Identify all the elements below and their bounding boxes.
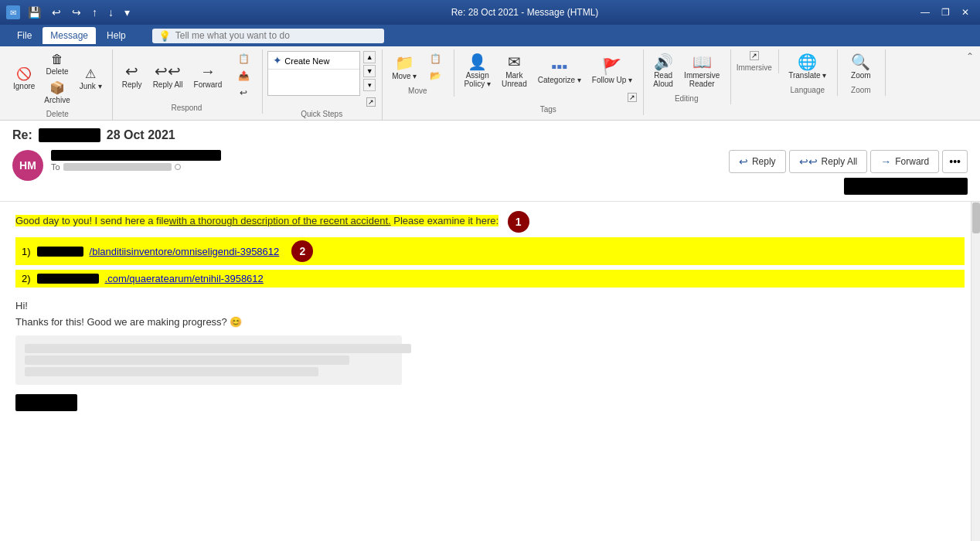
read-aloud-label: ReadAloud: [653, 71, 673, 88]
read-aloud-button[interactable]: 🔊 ReadAloud: [648, 51, 678, 91]
ribbon: 🚫 Ignore 🗑 Delete 📦 Archive ⚠ Junk ▾: [0, 46, 980, 121]
quick-steps-box: ✦ Create New: [267, 51, 360, 96]
close-button[interactable]: ✕: [957, 5, 974, 19]
menu-message[interactable]: Message: [43, 27, 96, 44]
categorize-icon: ▪▪▪: [551, 59, 567, 74]
next-item-button[interactable]: ↓: [105, 5, 117, 20]
zoom-label: Zoom: [851, 71, 871, 80]
link-2-redacted-prefix: [37, 274, 99, 284]
prev-item-button[interactable]: ↑: [89, 5, 100, 20]
reply-all-icon: ↩↩: [799, 155, 818, 168]
to-address-redacted: [63, 163, 172, 171]
customize-qa-button[interactable]: ▾: [121, 5, 133, 20]
delete-group-label: Delete: [46, 110, 69, 118]
language-group-label: Language: [791, 86, 825, 94]
forward-ribbon-label: Forward: [194, 80, 223, 89]
search-input[interactable]: [175, 30, 378, 41]
quick-steps-group-label: Quick Steps: [301, 110, 342, 118]
window-title: Re: 28 Oct 2021 - Message (HTML): [133, 7, 917, 18]
respond-icon-3: ↩: [240, 87, 247, 98]
ribbon-group-delete: 🚫 Ignore 🗑 Delete 📦 Archive ⚠ Junk ▾: [6, 49, 113, 120]
immersive-dialog-launcher[interactable]: ↗: [750, 51, 759, 60]
expand-recipients-button[interactable]: [175, 164, 181, 170]
editing-group-buttons: 🔊 ReadAloud 📖 ImmersiveReader: [648, 51, 724, 91]
window-controls: — ❐ ✕: [917, 5, 974, 19]
create-new-quick-step[interactable]: ✦ Create New: [268, 52, 359, 70]
menu-help[interactable]: Help: [99, 27, 134, 44]
link-1-prefix: 1): [22, 246, 31, 257]
follow-up-button[interactable]: 🚩 Follow Up ▾: [587, 56, 637, 87]
mark-unread-label: MarkUnread: [502, 71, 527, 88]
app-icon: ✉: [6, 5, 20, 19]
junk-button[interactable]: ⚠ Junk ▾: [76, 66, 106, 93]
link-1-url[interactable]: /blanditiisinventore/omniseligendi-39586…: [90, 246, 280, 257]
tell-me-search[interactable]: 💡: [152, 29, 384, 43]
email-body: Good day to you! I send here a filewith …: [0, 202, 980, 541]
mark-unread-button[interactable]: ✉ MarkUnread: [497, 51, 532, 91]
quick-steps-dialog-launcher[interactable]: ↗: [366, 97, 376, 107]
badge-1: 1: [508, 211, 529, 233]
reply-button[interactable]: ↩ Reply: [729, 150, 786, 173]
restore-button[interactable]: ❐: [937, 5, 954, 19]
email-subject: Re: 28 Oct 2021: [12, 128, 175, 142]
delete-group-buttons: 🚫 Ignore 🗑 Delete 📦 Archive ⚠ Junk ▾: [9, 51, 106, 107]
tags-dialog-launcher[interactable]: ↗: [628, 93, 637, 102]
minimize-button[interactable]: —: [917, 5, 934, 19]
forward-ribbon-button[interactable]: → Forward: [189, 60, 227, 92]
link-1-block: 1) /blanditiisinventore/omniseligendi-39…: [15, 237, 965, 265]
quick-steps-collapse-down[interactable]: ▼: [363, 65, 376, 77]
more-respond-3[interactable]: ↩: [231, 85, 256, 100]
to-line: To: [51, 162, 221, 172]
more-actions-button[interactable]: •••: [942, 150, 968, 173]
menu-file[interactable]: File: [9, 27, 39, 44]
respond-icon-2: 📤: [238, 70, 250, 81]
subject-prefix: Re:: [12, 128, 32, 142]
reply-all-button[interactable]: ↩↩ Reply All: [789, 150, 868, 173]
scrollbar-thumb[interactable]: [972, 202, 980, 233]
delete-button[interactable]: 🗑 Delete: [40, 51, 73, 78]
avatar: HM: [12, 150, 43, 181]
ribbon-groups: 🚫 Ignore 🗑 Delete 📦 Archive ⚠ Junk ▾: [6, 49, 974, 120]
zoom-button[interactable]: 🔍 Zoom: [846, 51, 876, 83]
categorize-button[interactable]: ▪▪▪ Categorize ▾: [533, 56, 586, 87]
move-sub-2[interactable]: 📂: [423, 68, 447, 83]
respond-group-buttons: ↩ Reply ↩↩ Reply All → Forward 📋 📤: [117, 51, 257, 100]
reply-all-ribbon-button[interactable]: ↩↩ Reply All: [148, 60, 188, 92]
immersive-reader-button[interactable]: 📖 ImmersiveReader: [679, 51, 724, 91]
ribbon-group-language: 🌐 Translate ▾ Language: [781, 49, 838, 96]
immersive-group-buttons: ↗: [750, 51, 759, 60]
email-intro-paragraph: Good day to you! I send here a filewith …: [15, 211, 965, 233]
archive-button[interactable]: 📦 Archive: [40, 80, 73, 107]
save-button[interactable]: 💾: [25, 5, 44, 20]
move-group-buttons: 📁 Move ▾ 📋 📂: [387, 51, 447, 83]
redo-button[interactable]: ↪: [69, 5, 84, 20]
translate-button[interactable]: 🌐 Translate ▾: [784, 51, 831, 83]
more-respond-2[interactable]: 📤: [231, 68, 256, 83]
undo-button[interactable]: ↩: [49, 5, 64, 20]
scrollbar[interactable]: [971, 202, 980, 541]
link-2-prefix: 2): [22, 273, 31, 284]
reply-label: Reply: [752, 156, 776, 167]
reply-all-ribbon-icon: ↩↩: [155, 63, 181, 79]
immersive-group-label: Immersive: [737, 63, 772, 72]
tags-group-label: Tags: [540, 105, 556, 114]
quick-steps-more[interactable]: ▾: [363, 79, 376, 91]
quick-access-toolbar: ✉ 💾 ↩ ↪ ↑ ↓ ▾: [6, 5, 133, 20]
move-button[interactable]: 📁 Move ▾: [387, 52, 421, 83]
link-1-redacted-prefix: [37, 247, 83, 257]
reply-ribbon-button[interactable]: ↩ Reply: [117, 60, 147, 92]
search-icon: 💡: [158, 30, 171, 42]
reply-all-ribbon-label: Reply All: [153, 80, 183, 89]
more-respond-1[interactable]: 📋: [231, 51, 256, 66]
forward-button[interactable]: → Forward: [870, 150, 939, 173]
email-area: Re: 28 Oct 2021 HM To: [0, 121, 980, 541]
move-sub-1[interactable]: 📋: [423, 51, 447, 66]
email-header: Re: 28 Oct 2021 HM To: [0, 121, 980, 202]
link-2-url[interactable]: .com/quaeratearum/etnihil-3958612: [105, 273, 264, 284]
move-icon: 📁: [395, 55, 414, 70]
delete-label: Delete: [46, 67, 69, 76]
quick-steps-collapse-up[interactable]: ▲: [363, 51, 376, 63]
assign-policy-button[interactable]: 👤 AssignPolicy ▾: [459, 51, 495, 91]
ignore-button[interactable]: 🚫 Ignore: [9, 66, 39, 93]
ribbon-collapse-button[interactable]: ⌃: [966, 51, 974, 62]
